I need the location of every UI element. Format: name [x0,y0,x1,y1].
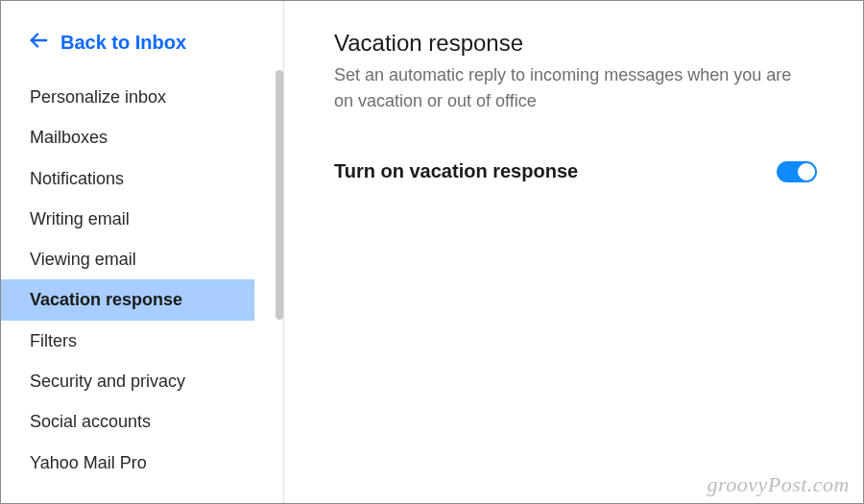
arrow-left-icon [28,30,49,56]
vacation-toggle-label: Turn on vacation response [334,160,578,182]
settings-sidebar: Back to Inbox Personalize inbox Mailboxe… [1,1,284,503]
sidebar-item-vacation-response[interactable]: Vacation response [1,279,254,320]
sidebar-item-notifications[interactable]: Notifications [1,158,283,199]
page-description: Set an automatic reply to incoming messa… [334,62,795,114]
sidebar-item-viewing-email[interactable]: Viewing email [1,239,283,279]
sidebar-scrollbar[interactable] [276,70,283,320]
back-to-inbox-label: Back to Inbox [60,32,186,54]
settings-layout: Back to Inbox Personalize inbox Mailboxe… [1,1,863,503]
sidebar-item-mailboxes[interactable]: Mailboxes [1,117,283,157]
settings-main: Vacation response Set an automatic reply… [284,1,863,503]
vacation-toggle-row: Turn on vacation response [334,160,817,182]
sidebar-item-personalize-inbox[interactable]: Personalize inbox [1,77,283,117]
vacation-response-toggle[interactable] [777,161,817,182]
page-title: Vacation response [334,30,817,57]
back-to-inbox-link[interactable]: Back to Inbox [1,9,283,77]
sidebar-item-security-privacy[interactable]: Security and privacy [1,361,283,401]
sidebar-item-filters[interactable]: Filters [1,321,283,361]
toggle-knob [798,163,815,180]
sidebar-item-yahoo-mail-pro[interactable]: Yahoo Mail Pro [1,443,283,483]
sidebar-item-writing-email[interactable]: Writing email [1,199,283,239]
sidebar-item-social-accounts[interactable]: Social accounts [1,401,283,442]
settings-nav-list: Personalize inbox Mailboxes Notification… [1,77,283,483]
